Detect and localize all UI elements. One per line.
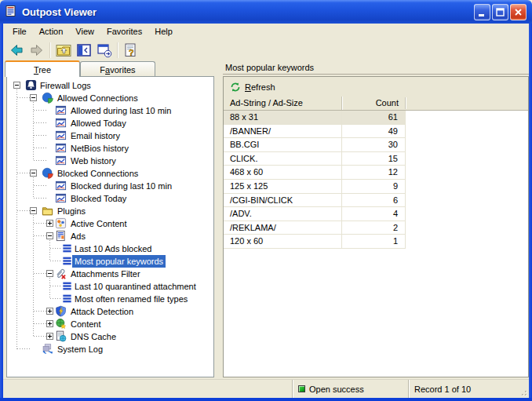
keyword-cell: /REKLAMA/ [224,221,341,235]
tree-connector-stub [34,110,47,111]
titlebar[interactable]: Outpost Viewer [0,0,532,24]
chart-icon [55,104,67,116]
count-cell: 1 [341,235,405,248]
tree-item-label: NetBios history [68,142,131,155]
table-row[interactable]: /CGI-BIN/CLICK6 [224,194,406,208]
column-header-keyword[interactable]: Ad-String / Ad-Size [224,97,341,110]
tree-item-label: Attack Detection [68,305,136,318]
tree-connector-stub [50,248,62,249]
forward-button[interactable] [27,41,47,60]
tree-item[interactable]: Allowed Connections [7,92,213,104]
menu-view[interactable]: View [69,25,100,38]
tree-item[interactable]: Content [7,318,213,330]
tree-item[interactable]: Active Content [7,217,213,230]
tree-item-label: Attachments Filter [68,268,143,280]
maximize-button[interactable] [492,4,508,20]
system-log-icon [42,343,53,355]
tree-item[interactable]: Blocked Connections [7,167,213,180]
forward-icon [29,42,45,58]
table-row[interactable]: /REKLAMA/2 [224,221,406,235]
count-cell: 12 [341,166,405,179]
tree-item[interactable]: Blocked Today [7,192,213,205]
folder-icon [42,205,53,217]
chart-icon [55,129,67,141]
tree-view[interactable]: Firewall LogsAllowed ConnectionsAllowed … [6,76,214,377]
tree-item[interactable]: Last 10 Ads blocked [7,242,213,255]
tree-item[interactable]: Plugins [7,205,213,217]
resize-grip[interactable] [518,387,528,397]
tree-item[interactable]: NetBios history [7,142,213,155]
dns-icon [55,330,67,342]
tab-tree[interactable]: Tree [5,60,80,77]
expand-expander-icon[interactable] [46,333,53,340]
tree-item[interactable]: Email history [7,129,213,142]
table-row[interactable]: 468 x 6012 [224,166,406,180]
window-title: Outpost Viewer [22,6,97,18]
tree-item-label: Plugins [55,205,88,217]
tree-item[interactable]: Allowed Today [7,117,213,129]
column-header-count[interactable]: Count [341,97,405,110]
export-icon [97,42,112,58]
menu-help[interactable]: Help [148,25,179,38]
table-row[interactable]: /BANNER/49 [224,125,406,139]
minimize-button[interactable] [474,4,490,20]
menu-action[interactable]: Action [33,25,70,38]
tree-item[interactable]: Attack Detection [7,305,213,318]
count-cell: 6 [341,194,405,207]
back-button[interactable] [6,41,27,60]
tree-connector-stub [34,235,47,236]
keyword-cell: 120 x 60 [224,235,341,248]
close-button[interactable] [510,4,527,20]
toolbar-separator [117,42,118,58]
tree-item[interactable]: Blocked during last 10 min [7,180,213,192]
tree-item[interactable]: Allowed during last 10 min [7,104,213,117]
help-button[interactable]: ? [121,41,141,60]
tree-item[interactable]: Last 10 quarantined attachment [7,280,213,293]
expand-expander-icon[interactable] [46,320,53,327]
tree-item-label: DNS Cache [68,330,118,343]
tree-connector-stub [34,311,47,312]
expand-expander-icon[interactable] [46,308,53,315]
expand-expander-icon[interactable] [46,220,53,227]
table-row[interactable]: 120 x 601 [224,235,406,249]
tree-item-label: Firewall Logs [38,79,93,92]
count-cell: 30 [341,138,405,151]
collapse-expander-icon[interactable] [46,270,53,277]
tree-item[interactable]: DNS Cache [7,330,213,343]
panels-icon [76,42,92,58]
collapse-expander-icon[interactable] [30,170,37,177]
tree-item[interactable]: Most popular keywords [7,255,213,268]
tab-favorites[interactable]: Favorites [80,61,155,77]
table-row[interactable]: CLICK.15 [224,152,406,166]
tree-connector-stub [17,210,31,211]
tree-item-label: Blocked Today [68,192,129,205]
tree-item[interactable]: Firewall Logs [7,79,213,92]
panels-button[interactable] [74,41,94,60]
count-cell: 9 [341,180,405,193]
tree-item[interactable]: Attachments Filter [7,268,213,280]
collapse-expander-icon[interactable] [30,207,37,214]
table-row[interactable]: 125 x 1259 [224,180,406,194]
chart-icon [55,180,67,191]
tree-item[interactable]: Web history [7,155,213,167]
keyword-cell: CLICK. [224,152,341,166]
table-row[interactable]: /ADV.4 [224,207,406,221]
tree-connector-stub [34,160,47,161]
tree-item[interactable]: Most often renamed file types [7,293,213,305]
tree-item[interactable]: Ads [7,230,213,242]
menu-file[interactable]: File [6,25,33,38]
export-button[interactable] [94,41,115,60]
collapse-expander-icon[interactable] [30,94,37,101]
table-body: 88 x 3161/BANNER/49BB.CGI30CLICK.15468 x… [224,111,406,249]
tree-item-label: Last 10 quarantined attachment [72,280,199,293]
count-cell: 4 [341,207,405,221]
collapse-expander-icon[interactable] [13,82,20,89]
tree-item[interactable]: System Log [7,343,213,355]
table-row[interactable]: BB.CGI30 [224,138,406,152]
up-one-level-button[interactable] [53,41,74,60]
collapse-expander-icon[interactable] [46,232,53,239]
tree-item-label: Last 10 Ads blocked [72,242,154,255]
table-row[interactable]: 88 x 3161 [224,111,406,125]
menu-favorites[interactable]: Favorites [100,25,148,38]
refresh-button[interactable]: Refresh [230,82,275,93]
